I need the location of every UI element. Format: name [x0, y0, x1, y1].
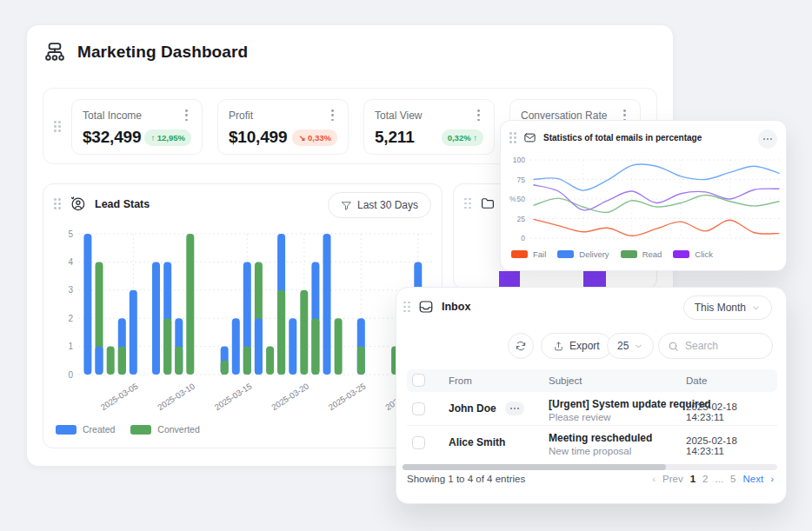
row-menu-button[interactable]	[505, 402, 524, 415]
col-from: From	[449, 375, 472, 386]
page-item[interactable]: 2	[702, 474, 708, 484]
stat-card: Total Income $32,499 ↑ 12,95%	[71, 99, 203, 155]
page-item[interactable]: 5	[730, 474, 735, 484]
page-chevron[interactable]: ‹	[652, 474, 656, 484]
stat-change-badge: ↘ 0,33%	[292, 129, 337, 146]
col-date: Date	[686, 375, 707, 386]
svg-text:1: 1	[68, 342, 73, 351]
email-stats-chart: 0255075100%	[501, 152, 788, 242]
page-item[interactable]: Next	[743, 474, 764, 484]
search-input[interactable]	[685, 340, 763, 352]
mail-subject: Meeting rescheduled	[549, 432, 652, 444]
page-size-value: 25	[617, 340, 629, 352]
legend-item: Converted	[130, 424, 199, 435]
svg-text:2025-03-05: 2025-03-05	[99, 381, 140, 412]
legend-swatch	[557, 250, 574, 258]
svg-text:2025-03-15: 2025-03-15	[213, 381, 254, 412]
page-item[interactable]: Prev	[662, 474, 683, 484]
col-subject: Subject	[549, 375, 582, 386]
svg-text:%: %	[509, 195, 516, 203]
drag-handle-icon[interactable]	[403, 302, 410, 313]
legend-swatch	[56, 425, 77, 435]
mail-date: 2025-02-18 14:23:11	[686, 435, 777, 456]
kebab-menu-icon[interactable]	[182, 108, 191, 123]
filter-last-30-days-button[interactable]: Last 30 Days	[328, 192, 431, 218]
row-checkbox[interactable]	[412, 436, 425, 449]
svg-text:4: 4	[68, 257, 73, 267]
search-icon	[668, 341, 679, 352]
inbox-table-row[interactable]: Alice Smith Meeting rescheduled New time…	[407, 426, 777, 460]
page-chevron[interactable]: ›	[770, 474, 774, 484]
page-size-dropdown[interactable]: 25	[607, 333, 654, 359]
folder-icon	[480, 196, 496, 211]
email-stats-title: Statistics of total emails in percentage	[543, 133, 702, 143]
filter-label: Last 30 Days	[357, 199, 418, 211]
hidden-chart-purple-bar	[499, 271, 520, 288]
stat-card-value: $32,499	[83, 128, 141, 147]
card-menu-button[interactable]	[758, 129, 777, 149]
inbox-table-row[interactable]: John Doe [Urgent] System update required…	[407, 392, 777, 426]
svg-text:2025-03-25: 2025-03-25	[327, 381, 368, 412]
stat-card-value: 5,211	[375, 128, 415, 147]
period-label: This Month	[695, 302, 746, 314]
pagination: ‹Prev12...5Next›	[652, 474, 774, 484]
lead-stats-chart: 0123452025-03-052025-03-102025-03-152025…	[43, 219, 443, 424]
legend-item: Click	[673, 249, 713, 259]
inbox-table: From Subject Date John Doe [Urgent] Syst…	[407, 369, 777, 460]
dashboard-header: Marketing Dashboard	[43, 40, 248, 64]
kebab-menu-icon[interactable]	[474, 108, 483, 123]
drag-handle-icon[interactable]	[509, 132, 516, 143]
legend-item: Read	[621, 249, 662, 259]
stat-card: Profit $10,499 ↘ 0,33%	[217, 99, 349, 155]
drag-handle-icon[interactable]	[54, 198, 61, 209]
chevron-down-icon	[751, 303, 761, 313]
svg-text:25: 25	[517, 215, 526, 223]
export-icon	[553, 341, 564, 352]
drag-handle-icon[interactable]	[54, 121, 61, 132]
period-dropdown[interactable]: This Month	[683, 295, 772, 320]
refresh-button[interactable]	[508, 333, 534, 359]
select-all-checkbox[interactable]	[412, 374, 425, 387]
stat-change-badge: ↑ 12,95%	[144, 129, 191, 146]
stat-change-badge: 0,32% ↑	[442, 129, 483, 146]
stat-card-value: $10,499	[229, 128, 287, 147]
svg-text:2025-03-10: 2025-03-10	[156, 381, 196, 412]
scrollbar-thumb[interactable]	[403, 464, 666, 470]
legend-swatch	[673, 250, 689, 258]
svg-text:0: 0	[68, 370, 73, 380]
svg-text:50: 50	[517, 195, 526, 203]
sender-name: John Doe	[449, 402, 496, 415]
mail-preview: Please review	[549, 412, 611, 422]
lead-stats-card: Lead Stats Last 30 Days 0123452025-03-05…	[43, 183, 443, 448]
svg-text:100: 100	[513, 156, 525, 164]
hidden-chart-purple-bar	[583, 271, 606, 288]
kebab-menu-icon[interactable]	[328, 108, 337, 123]
inbox-toolbar: Export 25	[396, 333, 786, 359]
stat-card-title: Profit	[229, 110, 253, 122]
row-checkbox[interactable]	[412, 402, 425, 415]
svg-text:0: 0	[521, 234, 525, 242]
sender-name: Alice Smith	[449, 436, 505, 448]
svg-text:75: 75	[517, 176, 526, 184]
export-button[interactable]: Export	[541, 333, 612, 359]
refresh-icon	[515, 340, 527, 352]
lead-user-icon	[70, 196, 86, 212]
inbox-icon	[418, 299, 434, 315]
funnel-icon	[341, 200, 352, 211]
entries-summary: Showing 1 to 4 of 4 entries	[407, 474, 525, 484]
page-item: ...	[715, 474, 724, 484]
drag-handle-icon[interactable]	[464, 198, 471, 209]
stat-card: Total View 5,211 0,32% ↑	[363, 99, 495, 155]
stat-card-title: Total View	[375, 110, 422, 122]
inbox-title: Inbox	[442, 301, 470, 313]
legend-item: Fail	[511, 249, 546, 259]
page-item[interactable]: 1	[690, 474, 696, 484]
svg-text:5: 5	[68, 229, 73, 239]
sitemap-icon	[43, 40, 67, 64]
legend-swatch	[511, 250, 528, 258]
legend-swatch	[621, 250, 637, 258]
lead-stats-legend: Created Converted	[56, 424, 200, 435]
legend-item: Delivery	[557, 249, 609, 259]
inbox-card: Inbox This Month Export	[396, 287, 787, 504]
export-label: Export	[569, 340, 600, 352]
